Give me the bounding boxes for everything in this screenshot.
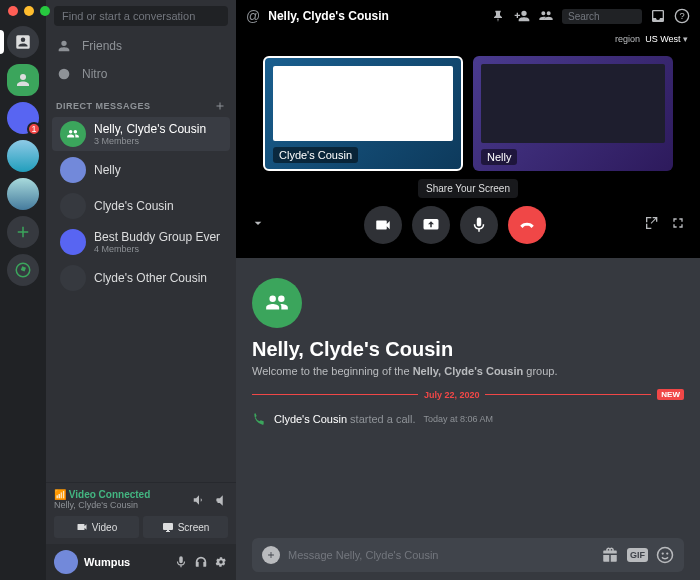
svg-point-1 [59, 69, 70, 80]
disconnect-button[interactable] [508, 206, 546, 244]
notification-badge: 1 [27, 122, 41, 136]
message-input[interactable]: Message Nelly, Clyde's Cousin GIF [252, 538, 684, 572]
welcome-title: Nelly, Clyde's Cousin [252, 338, 684, 361]
screen-button[interactable]: Screen [143, 516, 228, 538]
explore-button[interactable] [7, 254, 39, 286]
user-panel: Wumpus [46, 544, 236, 580]
nitro-label: Nitro [82, 67, 107, 81]
settings-icon[interactable] [214, 555, 228, 569]
date-divider: July 22, 2020NEW [252, 389, 684, 400]
friends-nav[interactable]: Friends [46, 32, 236, 60]
server-item[interactable]: 1 [7, 102, 39, 134]
server-item[interactable] [7, 178, 39, 210]
svg-point-5 [662, 552, 664, 554]
add-friends-icon[interactable] [514, 8, 530, 24]
voice-status: 📶 Video Connected [54, 489, 150, 500]
video-button[interactable]: Video [54, 516, 139, 538]
user-avatar[interactable] [54, 550, 78, 574]
region-selector[interactable]: region US West ▾ [236, 32, 700, 46]
home-button[interactable] [7, 26, 39, 58]
call-area: Clyde's Cousin Nelly Share Your Screen [236, 46, 700, 258]
channel-header: @ Nelly, Clyde's Cousin Search ? [236, 0, 700, 32]
chevron-down-icon[interactable] [250, 215, 266, 235]
gift-icon[interactable] [601, 546, 619, 564]
dm-header: DIRECT MESSAGES [46, 88, 236, 116]
svg-point-0 [20, 74, 26, 80]
phone-icon [252, 412, 266, 426]
attach-button[interactable] [262, 546, 280, 564]
at-icon: @ [246, 8, 260, 24]
mute-icon[interactable] [174, 555, 188, 569]
dm-item[interactable]: Nelly, Clyde's Cousin3 Members [52, 117, 230, 151]
system-message: Clyde's Cousin started a call. Today at … [252, 412, 684, 426]
screenshare-button[interactable] [412, 206, 450, 244]
server-item[interactable] [7, 140, 39, 172]
deafen-icon[interactable] [194, 555, 208, 569]
dm-item[interactable]: Nelly [52, 153, 230, 187]
mute-button[interactable] [460, 206, 498, 244]
add-server-button[interactable] [7, 216, 39, 248]
video-tile[interactable]: Clyde's Cousin [263, 56, 463, 171]
inbox-icon[interactable] [650, 8, 666, 24]
noise-suppression-icon[interactable] [192, 493, 206, 507]
channel-title: Nelly, Clyde's Cousin [268, 9, 482, 23]
members-icon[interactable] [538, 8, 554, 24]
camera-button[interactable] [364, 206, 402, 244]
group-avatar [252, 278, 302, 328]
server-list: 1 [0, 0, 46, 580]
video-tile[interactable]: Nelly [473, 56, 673, 171]
emoji-icon[interactable] [656, 546, 674, 564]
username: Wumpus [84, 556, 168, 568]
voice-panel: 📶 Video ConnectedNelly, Clyde's Cousin V… [46, 482, 236, 544]
help-icon[interactable]: ? [674, 8, 690, 24]
dm-item[interactable]: Best Buddy Group Ever4 Members [52, 225, 230, 259]
dm-item[interactable]: Clyde's Other Cousin [52, 261, 230, 295]
svg-point-4 [658, 548, 673, 563]
channel-sidebar: Find or start a conversation Friends Nit… [46, 0, 236, 580]
friends-label: Friends [82, 39, 122, 53]
welcome-block: Nelly, Clyde's Cousin Welcome to the beg… [252, 278, 684, 377]
svg-point-6 [666, 552, 668, 554]
create-dm-icon[interactable] [214, 100, 226, 112]
server-active[interactable] [7, 64, 39, 96]
chat-area: Nelly, Clyde's Cousin Welcome to the beg… [236, 258, 700, 580]
dm-item[interactable]: Clyde's Cousin [52, 189, 230, 223]
tooltip: Share Your Screen [418, 179, 518, 198]
popout-icon[interactable] [644, 215, 660, 235]
search-input[interactable]: Search [562, 9, 642, 24]
disconnect-icon[interactable] [214, 493, 228, 507]
svg-text:?: ? [679, 11, 684, 21]
fullscreen-icon[interactable] [670, 215, 686, 235]
gif-button[interactable]: GIF [627, 548, 648, 562]
nitro-nav[interactable]: Nitro [46, 60, 236, 88]
pin-icon[interactable] [490, 8, 506, 24]
dm-search[interactable]: Find or start a conversation [54, 6, 228, 26]
main-content: @ Nelly, Clyde's Cousin Search ? region … [236, 0, 700, 580]
voice-channel: Nelly, Clyde's Cousin [54, 500, 150, 510]
